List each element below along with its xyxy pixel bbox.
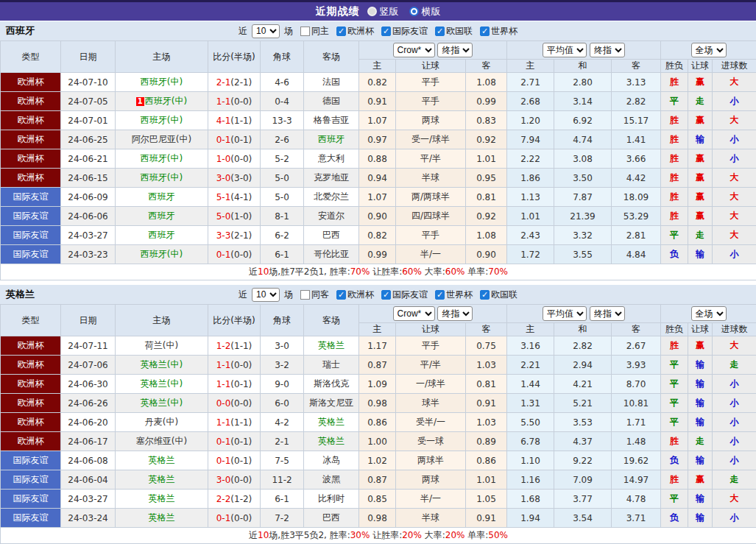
crown-handicap-cell: 两/两球半 xyxy=(396,188,466,207)
avg-away-odds-cell: 3.66 xyxy=(612,149,661,169)
half-time-score: (3-0) xyxy=(230,173,252,183)
matches-table-england: 类型 日期 主场 比分(半场) 角球 客场 Crow* 终指 平均值 终指 全场… xyxy=(0,304,756,544)
league-checkbox-worldcup[interactable]: ✓ 世界杯 xyxy=(435,289,473,301)
result-goals-cell: 大 xyxy=(713,336,756,356)
result-goals-cell: 小 xyxy=(713,92,756,111)
avg-home-odds-cell: 1.68 xyxy=(507,490,554,509)
half-time-score: (2-1) xyxy=(230,77,252,88)
avg-draw-odds-cell: 3.55 xyxy=(554,245,612,264)
checkbox-unchecked-icon[interactable] xyxy=(300,27,310,36)
scope-select[interactable]: 全场 xyxy=(691,43,727,57)
bookmaker-period-select[interactable]: 终指 xyxy=(437,306,473,321)
score-cell: 5-1(4-1) xyxy=(208,188,261,207)
home-team-cell: 西班牙 xyxy=(116,207,208,226)
radio-selected-icon[interactable] xyxy=(409,7,419,16)
home-team-name: 西班牙(中) xyxy=(141,172,183,183)
crown-home-odds-cell: 1.00 xyxy=(359,432,396,451)
avg-away-odds-cell: 15.17 xyxy=(612,111,661,130)
league-label: 欧国联 xyxy=(446,25,473,38)
col-avg-draw: 和 xyxy=(554,323,612,336)
checkbox-checked-icon[interactable]: ✓ xyxy=(381,27,391,36)
league-checkbox-nations[interactable]: ✓ 欧国联 xyxy=(480,289,517,301)
home-team-cell: 英格兰 xyxy=(116,490,208,509)
games-count-select[interactable]: 10 xyxy=(252,24,280,38)
same-home-checkbox[interactable]: 同主 xyxy=(300,25,329,38)
away-team-name: 冰岛 xyxy=(322,455,340,465)
result-goals-cell: 大 xyxy=(713,169,756,188)
score-cell: 1-1(0-0) xyxy=(208,356,261,375)
crown-away-odds-cell: 1.05 xyxy=(466,490,507,509)
date-cell: 24-03-27 xyxy=(61,226,116,245)
col-crown-home: 主 xyxy=(359,60,396,73)
match-row: 欧洲杯24-07-01西班牙(中)4-1(1-1)13-3格鲁吉亚1.07两球0… xyxy=(1,111,756,130)
away-team-name: 法国 xyxy=(322,77,340,87)
col-home: 主场 xyxy=(116,305,208,336)
crown-away-odds-cell: 0.91 xyxy=(466,509,507,528)
crown-home-odds-cell: 0.97 xyxy=(359,130,396,149)
half-time-score: (0-0) xyxy=(230,513,252,523)
checkbox-checked-icon[interactable]: ✓ xyxy=(480,27,490,36)
match-row: 欧洲杯24-06-30英格兰(中)1-1(0-1)9-0斯洛伐克1.09一/球半… xyxy=(1,375,756,394)
league-cell: 国际友谊 xyxy=(1,207,61,226)
league-checkbox-friendly[interactable]: ✓ 国际友谊 xyxy=(381,289,428,301)
avg-away-odds-cell: 2.82 xyxy=(612,92,661,111)
crown-handicap-cell: 半/一 xyxy=(396,245,466,264)
league-label: 欧洲杯 xyxy=(347,25,374,38)
crown-away-odds-cell: 0.81 xyxy=(466,375,507,394)
team-name-england: 英格兰 xyxy=(6,288,35,301)
col-date: 日期 xyxy=(61,41,116,73)
avg-home-odds-cell: 1.86 xyxy=(507,169,554,188)
checkbox-unchecked-icon[interactable] xyxy=(300,290,310,300)
avg-draw-odds-cell: 3.50 xyxy=(554,169,612,188)
score-cell: 3-0(3-0) xyxy=(208,169,261,188)
full-time-score: 2-2 xyxy=(216,494,231,504)
league-checkbox-euro[interactable]: ✓ 欧洲杯 xyxy=(336,25,374,38)
same-away-checkbox[interactable]: 同客 xyxy=(300,289,329,301)
radio-unselected-icon[interactable] xyxy=(367,7,377,16)
away-team-cell: 德国 xyxy=(304,92,359,111)
away-team-name: 巴西 xyxy=(322,230,340,240)
checkbox-checked-icon[interactable]: ✓ xyxy=(336,290,346,300)
bookmaker-select[interactable]: Crow* xyxy=(393,306,435,321)
full-time-score: 4-1 xyxy=(216,116,231,126)
result-handicap-cell: 输 xyxy=(688,245,713,264)
league-checkbox-euro[interactable]: ✓ 欧洲杯 xyxy=(336,289,374,301)
radio-horizontal-layout[interactable]: 横版 xyxy=(409,5,441,18)
avg-home-odds-cell: 2.71 xyxy=(507,73,554,92)
home-team-cell: 英格兰 xyxy=(116,509,208,528)
league-checkbox-worldcup[interactable]: ✓ 世界杯 xyxy=(480,25,517,38)
league-label: 欧国联 xyxy=(491,289,517,301)
checkbox-checked-icon[interactable]: ✓ xyxy=(381,290,391,300)
league-checkbox-nations[interactable]: ✓ 欧国联 xyxy=(435,25,473,38)
checkbox-checked-icon[interactable]: ✓ xyxy=(435,27,445,36)
red-card-badge: 1 xyxy=(136,97,144,106)
away-team-name: 德国 xyxy=(322,96,340,106)
checkbox-checked-icon[interactable]: ✓ xyxy=(336,27,346,36)
crown-away-odds-cell: 1.03 xyxy=(466,413,507,432)
league-checkbox-friendly[interactable]: ✓ 国际友谊 xyxy=(381,25,428,38)
away-team-name: 巴西 xyxy=(322,512,340,523)
league-cell: 国际友谊 xyxy=(1,188,61,207)
radio-vertical-layout[interactable]: 竖版 xyxy=(367,5,399,18)
crown-home-odds-cell: 0.87 xyxy=(359,356,396,375)
bookmaker-select[interactable]: Crow* xyxy=(393,43,435,57)
home-team-cell: 英格兰(中) xyxy=(116,375,208,394)
score-cell: 0-1(0-0) xyxy=(208,245,261,264)
summary-segment: 30% xyxy=(350,530,370,540)
scope-select[interactable]: 全场 xyxy=(691,306,727,321)
layout-radio-group: 竖版 横版 xyxy=(367,5,441,18)
checkbox-checked-icon[interactable]: ✓ xyxy=(480,290,490,300)
avg-away-odds-cell: 14.97 xyxy=(612,470,661,490)
average-select[interactable]: 平均值 xyxy=(543,306,587,321)
checkbox-checked-icon[interactable]: ✓ xyxy=(435,290,445,300)
crown-handicap-cell: 受一/球半 xyxy=(396,130,466,149)
average-period-select[interactable]: 终指 xyxy=(590,306,625,321)
full-time-score: 0-1 xyxy=(216,513,231,523)
avg-home-odds-cell: 1.44 xyxy=(507,375,554,394)
crown-away-odds-cell: 0.81 xyxy=(466,188,507,207)
average-period-select[interactable]: 终指 xyxy=(590,43,625,57)
average-select[interactable]: 平均值 xyxy=(543,43,587,57)
games-count-select[interactable]: 10 xyxy=(252,288,280,302)
bookmaker-period-select[interactable]: 终指 xyxy=(437,43,473,57)
radio-horizontal-label: 横版 xyxy=(422,5,441,18)
